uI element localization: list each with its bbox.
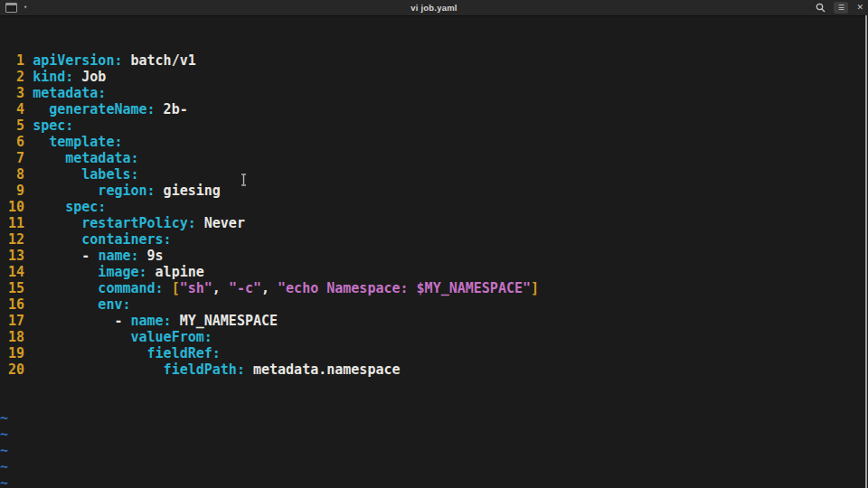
code-token: giesing [156, 183, 221, 199]
code-token: 2b- [156, 101, 188, 117]
line-number: 20 [0, 361, 33, 378]
line-number: 6 [0, 134, 33, 150]
code-line: 20 fieldPath: metadata.namespace [0, 361, 868, 378]
close-icon[interactable]: ✕ [856, 4, 863, 12]
code-token: fieldPath: [33, 361, 245, 378]
code-token: containers: [33, 231, 172, 248]
line-number: 12 [0, 231, 33, 248]
line-number: 7 [0, 150, 33, 166]
code-line: 12 containers: [0, 231, 868, 248]
code-token: valueFrom: [33, 329, 212, 345]
code-token: spec: [33, 117, 73, 134]
line-number: 3 [0, 85, 33, 101]
scrollbar[interactable] [865, 15, 867, 488]
line-number: 11 [0, 215, 33, 231]
code-token: metadata.namespace [245, 361, 401, 378]
code-token: batch/v1 [122, 52, 195, 69]
line-number: 16 [0, 296, 33, 313]
search-icon[interactable] [816, 3, 826, 13]
code-token: 9s [139, 248, 164, 264]
line-number: 5 [0, 117, 33, 134]
code-token: kind: [33, 69, 73, 85]
code-line: 9 region: giesing [0, 183, 868, 199]
code-line: 17 - name: MY_NAMESPACE [0, 313, 868, 329]
code-token: template: [33, 134, 122, 150]
code-line: 2 kind: Job [0, 69, 868, 85]
code-token: - [33, 248, 98, 264]
window-title: vi job.yaml [410, 3, 457, 13]
code-line: 13 - name: 9s [0, 248, 868, 264]
code-line: 1 apiVersion: batch/v1 [0, 52, 868, 69]
text-cursor-pointer [240, 173, 248, 185]
menu-icon: ☰ [838, 5, 844, 12]
code-token: image: [33, 264, 146, 280]
tilde-area: ~~~~~~ [0, 410, 868, 488]
code-line: 6 template: [0, 134, 868, 150]
titlebar-right-controls: ☰ ✕ [816, 0, 863, 15]
code-token: generateName: [33, 101, 155, 117]
menu-button[interactable]: ☰ [834, 2, 848, 14]
code-token: "sh" [180, 280, 212, 296]
code-token: alpine [147, 264, 204, 280]
terminal-window: { "titlebar": { "title": "vi job.yaml" }… [0, 0, 868, 488]
line-number: 17 [0, 313, 33, 329]
empty-line-tilde: ~ [0, 443, 868, 459]
code-token: - [33, 313, 130, 329]
chevron-down-icon[interactable]: ▾ [24, 5, 27, 11]
code-token: fieldRef: [33, 345, 221, 361]
line-number: 15 [0, 280, 33, 296]
code-token: [ [172, 280, 180, 296]
code-token: apiVersion: [33, 52, 122, 69]
code-line: 8 labels: [0, 166, 868, 183]
code-token: MY_NAMESPACE [172, 313, 278, 329]
line-number: 4 [0, 101, 33, 117]
terminal-icon[interactable] [5, 3, 17, 13]
code-token: ] [531, 280, 539, 296]
code-line: 7 metadata: [0, 150, 868, 166]
line-number: 13 [0, 248, 33, 264]
code-token: "echo Namespace: $MY_NAMESPACE" [278, 280, 531, 296]
empty-line-tilde: ~ [0, 427, 868, 443]
code-token: Job [73, 69, 106, 85]
line-number: 18 [0, 329, 33, 345]
empty-line-tilde: ~ [0, 475, 868, 488]
code-line: 4 generateName: 2b- [0, 101, 868, 117]
code-token: name: [131, 313, 172, 329]
terminal-screen[interactable]: 1 apiVersion: batch/v1 2 kind: Job 3 met… [0, 16, 868, 488]
code-line: 10 spec: [0, 199, 868, 215]
code-token: command: [33, 280, 164, 296]
code-line: 11 restartPolicy: Never [0, 215, 868, 231]
code-token: labels: [33, 166, 138, 183]
code-line: 3 metadata: [0, 85, 868, 101]
code-token: "-c" [229, 280, 261, 296]
code-token: region: [33, 183, 155, 199]
code-token: name: [98, 248, 138, 264]
empty-line-tilde: ~ [0, 410, 868, 427]
code-token: metadata: [33, 150, 138, 166]
code-line: 16 env: [0, 296, 868, 313]
code-line: 14 image: alpine [0, 264, 868, 280]
code-token: Never [196, 215, 245, 231]
code-token: spec: [33, 199, 106, 215]
line-number: 8 [0, 166, 33, 183]
line-number: 1 [0, 52, 33, 69]
line-number: 10 [0, 199, 33, 215]
code-token: restartPolicy: [33, 215, 196, 231]
code-token: metadata: [33, 85, 106, 101]
code-line: 15 command: ["sh", "-c", "echo Namespace… [0, 280, 868, 296]
code-line: 19 fieldRef: [0, 345, 868, 361]
line-number: 14 [0, 264, 33, 280]
code-token: , [261, 280, 278, 296]
empty-line-tilde: ~ [0, 459, 868, 475]
code-token: , [212, 280, 229, 296]
code-token [164, 280, 172, 296]
line-number: 9 [0, 183, 33, 199]
titlebar[interactable]: ▾ vi job.yaml ☰ ✕ [0, 0, 868, 16]
code-line: 18 valueFrom: [0, 329, 868, 345]
line-number: 2 [0, 69, 33, 85]
code-line: 5 spec: [0, 117, 868, 134]
code-area: 1 apiVersion: batch/v1 2 kind: Job 3 met… [0, 52, 868, 378]
code-token: env: [33, 296, 130, 313]
line-number: 19 [0, 345, 33, 361]
titlebar-left-controls: ▾ [5, 0, 27, 15]
